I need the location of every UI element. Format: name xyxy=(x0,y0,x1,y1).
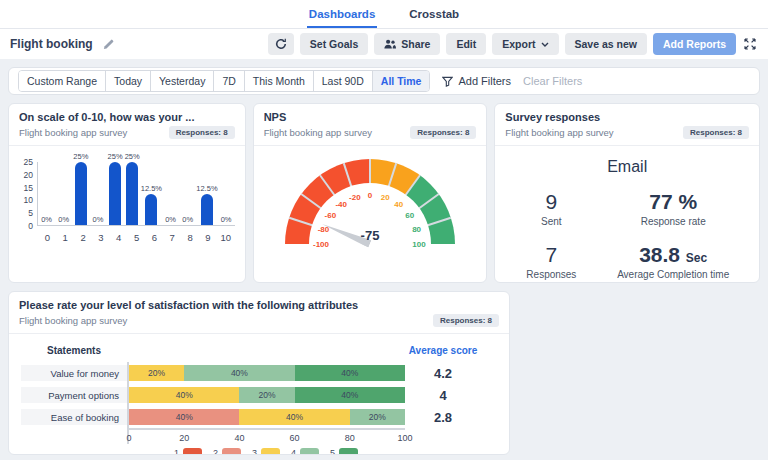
date-range-option-yesterday[interactable]: Yesterday xyxy=(151,71,214,91)
stat-value: 38.8 Sec xyxy=(597,243,749,267)
legend-item-rating-1[interactable]: 1 xyxy=(174,448,202,456)
add-filters-button[interactable]: Add Filters xyxy=(442,75,511,87)
card-subtitle: Flight booking app survey xyxy=(264,127,372,138)
average-score-cell: 2.8 xyxy=(405,406,497,428)
bar-segment-rating-5[interactable]: 40% xyxy=(295,387,405,403)
bar-segment-rating-3[interactable]: 20% xyxy=(129,365,184,381)
y-axis-labels: 0510152025 xyxy=(17,162,37,226)
bar-segment-rating-4[interactable]: 20% xyxy=(350,409,405,425)
bar[interactable] xyxy=(109,162,121,225)
stacked-bar: 40%20%40% xyxy=(129,387,405,403)
edit-title-pencil-icon[interactable] xyxy=(103,39,114,50)
stat-unit: Sec xyxy=(686,251,707,265)
bar[interactable] xyxy=(126,162,138,225)
export-button[interactable]: Export xyxy=(492,33,558,55)
clear-filters-button[interactable]: Clear Filters xyxy=(523,75,582,87)
bar-segment-rating-4[interactable]: 20% xyxy=(239,387,294,403)
date-range-option-7d[interactable]: 7D xyxy=(214,71,244,91)
date-range-option-custom-range[interactable]: Custom Range xyxy=(19,71,106,91)
bar[interactable] xyxy=(145,194,157,226)
fullscreen-expand-icon[interactable] xyxy=(742,36,758,52)
bar-slot-9: 12.5% xyxy=(196,162,217,225)
date-range-option-this-month[interactable]: This Month xyxy=(245,71,314,91)
bar-value-label: 12.5% xyxy=(196,184,217,193)
card-header: NPS Flight booking app survey Responses:… xyxy=(254,104,487,146)
x-tick-label: 10 xyxy=(217,232,235,243)
bar[interactable] xyxy=(201,194,213,226)
gauge-tick-label: 60 xyxy=(405,211,414,220)
bar-segment-rating-2[interactable]: 40% xyxy=(129,409,239,425)
funnel-icon xyxy=(442,76,453,87)
bar-segment-rating-3[interactable]: 40% xyxy=(239,409,349,425)
bar-value-label: 25% xyxy=(73,152,88,161)
bar-value-label: 0% xyxy=(221,215,232,224)
share-button[interactable]: Share xyxy=(374,33,440,55)
card-header: Please rate your level of satisfaction w… xyxy=(9,292,509,334)
legend-item-rating-5[interactable]: 5 xyxy=(330,448,358,456)
x-axis-tick-20: 20 xyxy=(179,433,189,443)
legend-rating-number: 4 xyxy=(291,448,296,455)
edit-button[interactable]: Edit xyxy=(446,33,486,55)
statement-row: Ease of booking40%40%20%2.8 xyxy=(21,406,497,428)
filter-bar: Custom RangeTodayYesterday7DThis MonthLa… xyxy=(8,67,760,95)
stat-sent: 9 Sent xyxy=(505,190,597,227)
x-axis-tick-100: 100 xyxy=(397,433,412,443)
gauge-tick-label: -60 xyxy=(325,211,337,220)
card-title: On scale of 0-10, how was your ... xyxy=(19,111,235,123)
statement-label: Value for money xyxy=(21,365,127,381)
bar-slot-3: 0% xyxy=(89,162,106,225)
legend-item-rating-4[interactable]: 4 xyxy=(291,448,319,456)
legend-item-rating-3[interactable]: 3 xyxy=(252,448,280,456)
stat-label: Sent xyxy=(505,216,597,227)
x-tick-label: 9 xyxy=(199,232,217,243)
y-tick-label: 5 xyxy=(28,208,33,218)
y-tick-label: 20 xyxy=(24,170,33,180)
statement-row: Payment options40%20%40%4 xyxy=(21,384,497,406)
average-score-header[interactable]: Average score xyxy=(409,345,478,356)
refresh-button[interactable] xyxy=(268,33,294,55)
bar-value-label: 0% xyxy=(58,215,69,224)
bar-segment-rating-3[interactable]: 40% xyxy=(129,387,239,403)
tab-crosstab[interactable]: Crosstab xyxy=(407,1,461,28)
legend-rating-number: 2 xyxy=(213,448,218,455)
legend-color-swatch xyxy=(183,448,202,456)
gauge-value: -75 xyxy=(275,228,465,243)
y-tick-label: 10 xyxy=(24,195,33,205)
legend-color-swatch xyxy=(339,448,358,456)
date-range-option-today[interactable]: Today xyxy=(106,71,151,91)
add-reports-button[interactable]: Add Reports xyxy=(653,33,736,55)
tab-dashboards[interactable]: Dashboards xyxy=(307,1,377,28)
bar-value-label: 12.5% xyxy=(141,184,162,193)
date-range-option-last-90d[interactable]: Last 90D xyxy=(314,71,373,91)
bar-slot-2: 25% xyxy=(72,162,89,225)
dashboard-toolbar: Flight booking Set Goals Share Edit Expo… xyxy=(0,29,768,59)
average-score-cell: 4 xyxy=(405,384,497,406)
survey-stats: Email 9 Sent 77 % Response rate 7 Respon… xyxy=(495,146,759,280)
y-tick-label: 0 xyxy=(28,221,33,231)
dashboard-content: On scale of 0-10, how was your ... Fligh… xyxy=(0,95,768,460)
gauge-tick-label: 0 xyxy=(368,191,372,200)
save-as-new-button[interactable]: Save as new xyxy=(565,33,647,55)
bar[interactable] xyxy=(75,162,87,225)
card-subtitle: Flight booking app survey xyxy=(19,315,127,326)
average-score-value: 4.2 xyxy=(434,366,452,381)
bar-segment-rating-5[interactable]: 40% xyxy=(295,365,405,381)
bar-slot-1: 0% xyxy=(55,162,72,225)
stacked-chart-axis: 020406080100 xyxy=(21,428,497,444)
stacked-chart-header-row: Statements Average score xyxy=(21,342,497,358)
x-tick-label: 7 xyxy=(163,232,181,243)
stat-response-rate: 77 % Response rate xyxy=(597,190,749,227)
dashboard-title: Flight booking xyxy=(10,37,93,51)
share-people-icon xyxy=(384,39,396,49)
set-goals-button[interactable]: Set Goals xyxy=(300,33,368,55)
bar-value-label: 0% xyxy=(93,215,104,224)
bar-chart: 0510152025 0%0%25%0%25%25%12.5%0%0%12.5%… xyxy=(9,146,245,243)
legend-item-rating-2[interactable]: 2 xyxy=(213,448,241,456)
bar-segment-rating-4[interactable]: 40% xyxy=(184,365,294,381)
x-tick-label: 3 xyxy=(92,232,110,243)
date-range-option-all-time[interactable]: All Time xyxy=(373,71,430,91)
responses-badge: Responses: 8 xyxy=(410,126,476,139)
legend-color-swatch xyxy=(261,448,280,456)
x-tick-label: 2 xyxy=(74,232,92,243)
bar-slot-10: 0% xyxy=(218,162,235,225)
